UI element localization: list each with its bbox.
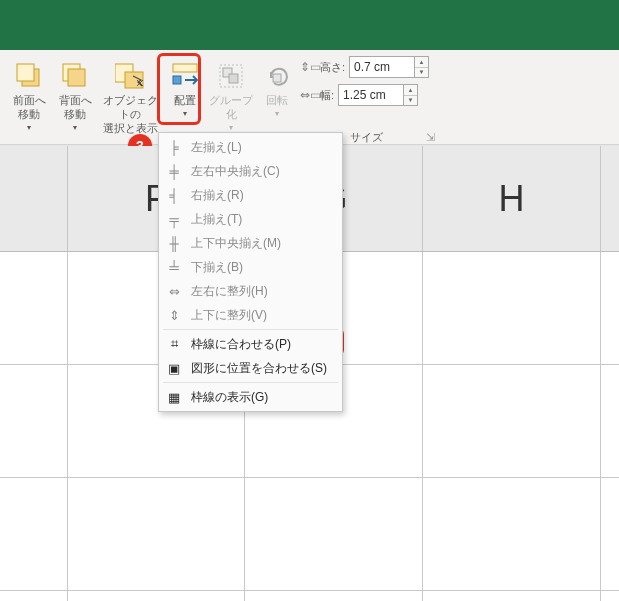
view-gridlines-icon: ▦ — [165, 388, 183, 406]
svg-rect-10 — [229, 74, 238, 83]
align-button-callout — [157, 53, 201, 125]
menu-align-bottom[interactable]: ╧ 下揃え(B) — [159, 255, 342, 279]
width-spinner[interactable]: ▲▼ — [404, 84, 418, 106]
selection-pane-label: オブジェクトの選択と表示 — [98, 94, 162, 135]
menu-snap-to-shape[interactable]: ▣ 図形に位置を合わせる(S) — [159, 356, 342, 380]
svg-rect-1 — [17, 64, 34, 81]
height-icon: ⇕▭ — [300, 60, 316, 74]
group-label: グループ化 — [208, 94, 254, 122]
dropdown-caret-icon: ▾ — [73, 123, 77, 132]
size-panel: ⇕▭ 高さ: 0.7 cm ▲▼ ⇔▭ 幅: 1.25 cm ▲▼ — [300, 56, 445, 112]
menu-separator — [163, 329, 338, 330]
selection-pane-icon — [114, 60, 146, 92]
selection-pane-button[interactable]: オブジェクトの選択と表示 — [98, 58, 162, 138]
snap-to-shape-icon: ▣ — [165, 359, 183, 377]
height-label: 高さ: — [320, 60, 345, 75]
group-icon — [215, 60, 247, 92]
menu-align-center-h[interactable]: ╪ 左右中央揃え(C) — [159, 159, 342, 183]
dropdown-caret-icon: ▾ — [27, 123, 31, 132]
group-button[interactable]: グループ化 ▾ — [208, 58, 254, 138]
width-icon: ⇔▭ — [300, 88, 316, 102]
align-left-icon: ╞ — [165, 138, 183, 156]
align-middle-v-icon: ╫ — [165, 234, 183, 252]
rotate-label: 回転 — [266, 94, 288, 108]
align-bottom-icon: ╧ — [165, 258, 183, 276]
height-spinner[interactable]: ▲▼ — [415, 56, 429, 78]
height-input[interactable]: 0.7 cm — [349, 56, 415, 78]
title-bar — [0, 0, 619, 50]
bring-forward-button[interactable]: 前面へ移動 ▾ — [6, 58, 52, 138]
bring-forward-label: 前面へ移動 — [13, 94, 46, 122]
menu-distribute-v[interactable]: ⇕ 上下に整列(V) — [159, 303, 342, 327]
send-backward-label: 背面へ移動 — [59, 94, 92, 122]
align-dropdown-menu: ╞ 左揃え(L) ╪ 左右中央揃え(C) ╡ 右揃え(R) ╤ 上揃え(T) ╫… — [158, 132, 343, 412]
menu-snap-to-grid[interactable]: ⌗ 枠線に合わせる(P) — [159, 332, 342, 356]
snap-to-grid-icon: ⌗ — [165, 335, 183, 353]
size-group-label: サイズ ⇲ — [350, 130, 435, 145]
menu-align-right[interactable]: ╡ 右揃え(R) — [159, 183, 342, 207]
align-right-icon: ╡ — [165, 186, 183, 204]
align-top-icon: ╤ — [165, 210, 183, 228]
send-backward-icon — [59, 60, 91, 92]
col-header-h[interactable]: H — [423, 146, 601, 251]
col-header-e[interactable] — [0, 146, 68, 251]
rotate-icon — [261, 60, 293, 92]
menu-align-top[interactable]: ╤ 上揃え(T) — [159, 207, 342, 231]
width-label: 幅: — [320, 88, 334, 103]
menu-align-left[interactable]: ╞ 左揃え(L) — [159, 135, 342, 159]
rotate-button[interactable]: 回転 ▾ — [254, 58, 300, 138]
menu-view-gridlines[interactable]: ▦ 枠線の表示(G) — [159, 385, 342, 409]
menu-separator — [163, 382, 338, 383]
distribute-h-icon: ⇔ — [165, 282, 183, 300]
send-backward-button[interactable]: 背面へ移動 ▾ — [52, 58, 98, 138]
width-input[interactable]: 1.25 cm — [338, 84, 404, 106]
dropdown-caret-icon: ▾ — [229, 123, 233, 132]
bring-forward-icon — [13, 60, 45, 92]
dialog-launcher-icon[interactable]: ⇲ — [426, 131, 435, 143]
menu-align-middle-v[interactable]: ╫ 上下中央揃え(M) — [159, 231, 342, 255]
align-center-h-icon: ╪ — [165, 162, 183, 180]
menu-distribute-h[interactable]: ⇔ 左右に整列(H) — [159, 279, 342, 303]
dropdown-caret-icon: ▾ — [275, 109, 279, 118]
svg-rect-11 — [273, 74, 281, 82]
distribute-v-icon: ⇕ — [165, 306, 183, 324]
svg-rect-3 — [68, 69, 85, 86]
